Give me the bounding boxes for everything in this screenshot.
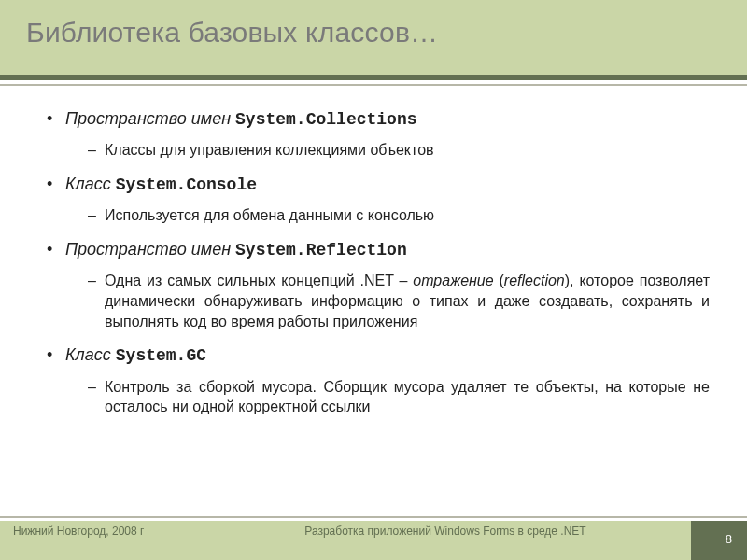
bullet-item: Пространство имен System.Collections Кла… xyxy=(47,108,710,161)
sub-item: Используется для обмена данными с консол… xyxy=(88,205,710,226)
bullet-intro: Пространство имен xyxy=(65,240,235,259)
footer-bar: Нижний Новгород, 2008 г Разработка прило… xyxy=(0,521,747,560)
bullet-item: Класс System.Console Используется для об… xyxy=(47,174,710,226)
sub-item: Одна из самых сильных концепций .NET – о… xyxy=(88,271,710,331)
sub-text-em2: reflection xyxy=(504,273,565,288)
bullet-list: Пространство имен System.Collections Кла… xyxy=(47,108,710,417)
bullet-code: System.Reflection xyxy=(235,241,407,259)
sub-list: Используется для обмена данными с консол… xyxy=(65,205,710,226)
sub-list: Контроль за сборкой мусора. Сборщик мусо… xyxy=(65,377,710,417)
bullet-intro: Пространство имен xyxy=(65,109,235,128)
bullet-code: System.Collections xyxy=(235,110,416,129)
sub-text-paren: ( xyxy=(494,273,504,288)
slide-title: Библиотека базовых классов… xyxy=(26,17,721,49)
slide-content: Пространство имен System.Collections Кла… xyxy=(0,86,747,417)
sub-text: Контроль за сборкой мусора. Сборщик мусо… xyxy=(105,379,710,415)
bullet-intro: Класс xyxy=(65,345,116,364)
accent-line xyxy=(0,75,747,80)
sub-item: Классы для управления коллекциями объект… xyxy=(88,140,710,161)
bullet-item: Класс System.GC Контроль за сборкой мусо… xyxy=(47,344,710,417)
sub-list: Классы для управления коллекциями объект… xyxy=(65,140,710,161)
sub-item: Контроль за сборкой мусора. Сборщик мусо… xyxy=(88,377,710,417)
bullet-intro: Класс xyxy=(65,175,116,193)
footer-page-number: 8 xyxy=(691,521,747,560)
sub-text-pre: Одна из самых сильных концепций .NET – xyxy=(105,273,413,288)
sub-text-em: отражение xyxy=(413,273,493,288)
footer: Нижний Новгород, 2008 г Разработка прило… xyxy=(0,516,747,560)
footer-divider xyxy=(0,516,747,518)
bullet-code: System.GC xyxy=(116,346,206,365)
bullet-code: System.Console xyxy=(116,175,257,194)
sub-list: Одна из самых сильных концепций .NET – о… xyxy=(65,271,710,331)
title-bar: Библиотека базовых классов… xyxy=(0,0,747,75)
footer-center: Разработка приложений Windows Forms в ср… xyxy=(200,525,691,538)
sub-text: Классы для управления коллекциями объект… xyxy=(105,142,434,158)
bullet-item: Пространство имен System.Reflection Одна… xyxy=(47,239,710,331)
sub-text: Используется для обмена данными с консол… xyxy=(105,207,434,223)
footer-left: Нижний Новгород, 2008 г xyxy=(13,525,200,538)
